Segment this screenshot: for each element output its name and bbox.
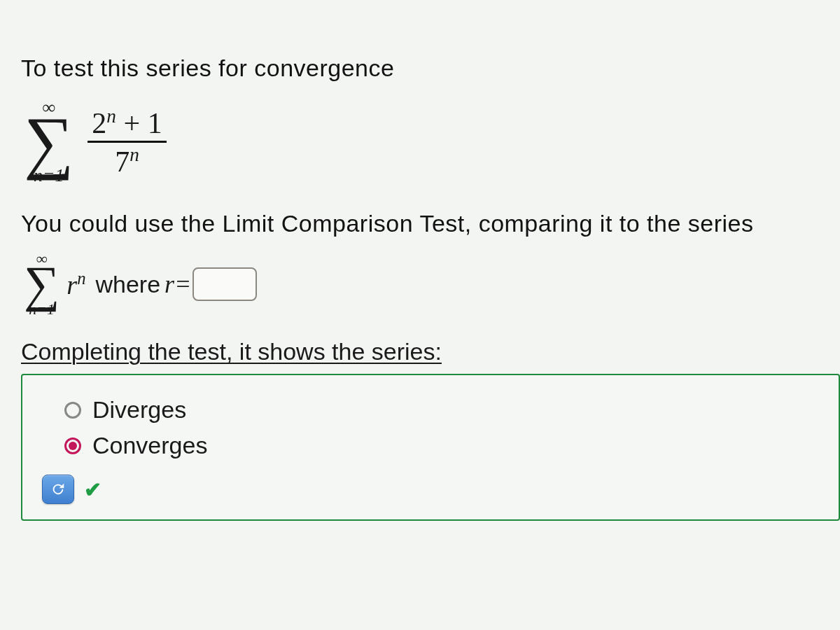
sigma-glyph: ∑ — [24, 115, 74, 168]
series-formula: ∞ ∑ n=1 2n + 1 7n — [24, 99, 840, 185]
sigma-lower-2: n=1 — [29, 302, 55, 317]
radio-unchecked-icon — [64, 402, 81, 419]
retry-button[interactable] — [42, 475, 74, 504]
option-diverges-label: Diverges — [92, 396, 186, 424]
fraction-numerator: 2n + 1 — [88, 107, 166, 143]
where-label: where — [95, 271, 160, 298]
r-input[interactable] — [192, 267, 257, 301]
r-equals: r= — [164, 270, 191, 299]
term-rn: rn — [66, 269, 85, 300]
comparison-text: You could use the Limit Comparison Test,… — [21, 210, 840, 237]
option-converges-label: Converges — [92, 432, 207, 459]
sigma-lower: n=1 — [34, 167, 64, 185]
question-content: To test this series for convergence ∞ ∑ … — [0, 0, 840, 630]
answer-box: Diverges Converges ✔ — [21, 374, 840, 521]
button-row: ✔ — [42, 475, 839, 504]
option-converges[interactable]: Converges — [64, 432, 839, 459]
completing-underline: Completing the test, it shows the series… — [21, 338, 442, 365]
fraction-denominator: 7n — [111, 143, 144, 176]
option-diverges[interactable]: Diverges — [64, 396, 839, 424]
completing-line: Completing the test, it shows the series… — [21, 338, 840, 365]
check-icon: ✔ — [84, 477, 102, 502]
fraction: 2n + 1 7n — [88, 107, 166, 176]
comparison-series: ∞ ∑ n=1 rn where r= — [24, 251, 840, 317]
intro-text: To test this series for convergence — [21, 55, 840, 82]
sigma-symbol-small: ∞ ∑ n=1 — [24, 251, 59, 317]
sigma-symbol: ∞ ∑ n=1 — [24, 99, 74, 185]
sigma-glyph-2: ∑ — [24, 265, 59, 303]
retry-icon — [50, 482, 66, 497]
radio-checked-icon — [64, 438, 81, 454]
